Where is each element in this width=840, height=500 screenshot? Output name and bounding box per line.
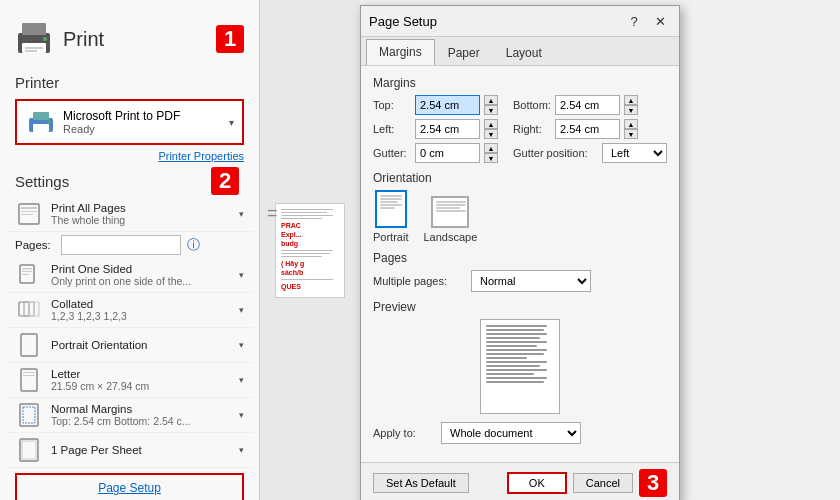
- setting-dropdown-arrow[interactable]: ▾: [239, 209, 244, 219]
- setting-dropdown-arrow-3[interactable]: ▾: [239, 305, 244, 315]
- top-spinner[interactable]: ▲ ▼: [484, 95, 498, 115]
- bottom-input[interactable]: [555, 95, 620, 115]
- landscape-label: Landscape: [423, 231, 477, 243]
- left-spinner[interactable]: ▲ ▼: [484, 119, 498, 139]
- setting-dropdown-arrow-2[interactable]: ▾: [239, 270, 244, 280]
- orientation-options: Portrait Landscape: [373, 190, 667, 243]
- printer-selector[interactable]: Microsoft Print to PDF Ready ▾: [15, 99, 244, 145]
- page-setup-dialog: Page Setup ? ✕ Margins Paper Layout Marg…: [360, 5, 680, 500]
- left-input[interactable]: [415, 119, 480, 139]
- setting-pages-per-sheet[interactable]: 1 Page Per Sheet ▾: [5, 433, 254, 468]
- gutter-input[interactable]: [415, 143, 480, 163]
- badge-1: 1: [216, 25, 244, 53]
- right-spin-up[interactable]: ▲: [624, 119, 638, 129]
- gutter-spin-up[interactable]: ▲: [484, 143, 498, 153]
- page-setup-link[interactable]: Page Setup: [15, 473, 244, 500]
- dialog-help-button[interactable]: ?: [623, 12, 645, 30]
- svg-rect-11: [21, 207, 37, 209]
- svg-rect-21: [21, 334, 37, 356]
- svg-rect-12: [21, 211, 37, 212]
- print-title: Print: [63, 28, 104, 51]
- setting-print-all-pages[interactable]: Print All Pages The whole thing ▾: [5, 197, 254, 232]
- setting-dropdown-arrow-4[interactable]: ▾: [239, 340, 244, 350]
- left-spin-down[interactable]: ▼: [484, 129, 498, 139]
- setting-margins[interactable]: Normal Margins Top: 2.54 cm Bottom: 2.54…: [5, 398, 254, 433]
- right-spinner[interactable]: ▲ ▼: [624, 119, 638, 139]
- dialog-title: Page Setup: [369, 14, 437, 29]
- pages-section-label: Pages: [373, 251, 667, 265]
- one-sided-icon: [15, 261, 43, 289]
- pages-input[interactable]: [61, 235, 181, 255]
- svg-rect-1: [22, 23, 46, 35]
- setting-orientation[interactable]: Portrait Orientation ▾: [5, 328, 254, 363]
- gutter-spinner[interactable]: ▲ ▼: [484, 143, 498, 163]
- dialog-tabs: Margins Paper Layout: [361, 37, 679, 66]
- svg-rect-24: [23, 375, 35, 376]
- svg-rect-7: [33, 112, 49, 120]
- setting-collated-text: Collated 1,2,3 1,2,3 1,2,3: [51, 298, 231, 322]
- settings-list: Print All Pages The whole thing ▾ Pages:…: [0, 197, 259, 468]
- cancel-button[interactable]: Cancel: [573, 473, 633, 493]
- bottom-spinner[interactable]: ▲ ▼: [624, 95, 638, 115]
- printer-properties-link[interactable]: Printer Properties: [0, 150, 259, 162]
- svg-point-9: [48, 121, 51, 124]
- printer-info: Microsoft Print to PDF Ready: [63, 109, 223, 135]
- left-spin-up[interactable]: ▲: [484, 119, 498, 129]
- setting-one-sided[interactable]: Print One Sided Only print on one side o…: [5, 258, 254, 293]
- bottom-spin-down[interactable]: ▼: [624, 105, 638, 115]
- svg-rect-3: [25, 47, 43, 49]
- right-input[interactable]: [555, 119, 620, 139]
- info-icon[interactable]: ⓘ: [187, 236, 200, 254]
- top-input[interactable]: [415, 95, 480, 115]
- margin-gutter-row: Gutter: ▲ ▼: [373, 143, 498, 163]
- setting-dropdown-arrow-7[interactable]: ▾: [239, 445, 244, 455]
- setting-paper-size[interactable]: Letter 21.59 cm × 27.94 cm ▾: [5, 363, 254, 398]
- landscape-option[interactable]: Landscape: [423, 196, 477, 243]
- settings-section-title: Settings: [15, 173, 69, 190]
- gutter-spin-down[interactable]: ▼: [484, 153, 498, 163]
- pages-per-sheet-icon: [15, 436, 43, 464]
- ok-button[interactable]: OK: [507, 472, 567, 494]
- pages-row: Pages: ⓘ: [5, 232, 254, 258]
- setting-dropdown-arrow-5[interactable]: ▾: [239, 375, 244, 385]
- document-mini-preview: PRACExpl...budg ( Hãy gsách/b QUES: [275, 203, 345, 298]
- preview-section: Preview: [373, 300, 667, 414]
- tab-layout[interactable]: Layout: [493, 40, 555, 65]
- bottom-spin-up[interactable]: ▲: [624, 95, 638, 105]
- svg-rect-8: [33, 124, 49, 132]
- apply-to-select[interactable]: Whole document: [441, 422, 581, 444]
- equals-sign: =: [267, 203, 278, 224]
- svg-rect-17: [22, 274, 29, 275]
- orientation-section: Orientation Portrait: [373, 171, 667, 243]
- pages-label: Pages:: [15, 239, 55, 251]
- dialog-controls: ? ✕: [623, 12, 671, 30]
- top-spin-down[interactable]: ▼: [484, 105, 498, 115]
- printer-section-title: Printer: [0, 68, 259, 94]
- setting-collated[interactable]: Collated 1,2,3 1,2,3 1,2,3 ▾: [5, 293, 254, 328]
- setting-pages-per-sheet-text: 1 Page Per Sheet: [51, 444, 231, 456]
- margins-grid: Top: ▲ ▼ Bottom: ▲ ▼ Left:: [373, 95, 667, 163]
- tab-paper[interactable]: Paper: [435, 40, 493, 65]
- svg-point-5: [43, 37, 47, 41]
- orientation-label: Orientation: [373, 171, 667, 185]
- preview-label: Preview: [373, 300, 667, 314]
- set-as-default-button[interactable]: Set As Default: [373, 473, 469, 493]
- gutter-pos-select[interactable]: Left: [602, 143, 667, 163]
- setting-dropdown-arrow-6[interactable]: ▾: [239, 410, 244, 420]
- multiple-pages-select[interactable]: Normal: [471, 270, 591, 292]
- printer-name: Microsoft Print to PDF: [63, 109, 223, 123]
- tab-margins[interactable]: Margins: [366, 39, 435, 65]
- right-spin-down[interactable]: ▼: [624, 129, 638, 139]
- portrait-option[interactable]: Portrait: [373, 190, 408, 243]
- top-spin-up[interactable]: ▲: [484, 95, 498, 105]
- dialog-close-button[interactable]: ✕: [649, 12, 671, 30]
- doc-red-text-3: QUES: [281, 282, 339, 291]
- svg-rect-15: [22, 268, 32, 270]
- svg-rect-27: [20, 439, 38, 461]
- document-preview-area: = PRACExpl...budg ( Hãy gsách/b QUES: [260, 0, 360, 500]
- dialog-body: Margins Top: ▲ ▼ Bottom: ▲ ▼: [361, 66, 679, 462]
- svg-rect-4: [25, 50, 37, 52]
- printer-dropdown-arrow[interactable]: ▾: [229, 117, 234, 128]
- svg-rect-26: [23, 407, 35, 423]
- right-label: Right:: [513, 123, 551, 135]
